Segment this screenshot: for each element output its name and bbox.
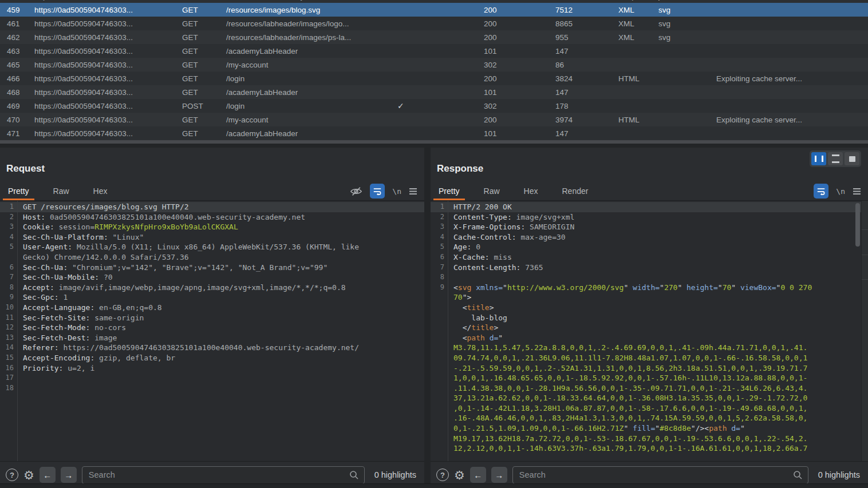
editor-line: lab-blog — [431, 313, 861, 323]
editor-line: ,0,1-.14-.42L1.18,3.28H1.06a.87.87,0,0,1… — [431, 403, 861, 414]
search-icon — [349, 470, 359, 480]
cell-url: /academyLabHeader — [226, 88, 389, 97]
response-search-input[interactable] — [518, 470, 790, 480]
layout-columns-button[interactable] — [811, 152, 826, 165]
table-row[interactable]: 465https://0ad5005904746303...GET/my-acc… — [0, 58, 868, 72]
response-editor[interactable]: 1HTTP/2 200 OK2Content-Type: image/svg+x… — [431, 201, 868, 461]
line-number — [431, 423, 444, 434]
response-highlights-count: 0 highlights — [818, 470, 860, 479]
horizontal-splitter[interactable] — [0, 144, 868, 148]
editor-line: <title> — [431, 303, 861, 313]
search-next-button[interactable]: → — [61, 467, 77, 483]
request-editor[interactable]: 1GET /resources/images/blog.svg HTTP/22H… — [0, 201, 424, 461]
tab-pretty[interactable]: Pretty — [436, 182, 463, 200]
menu-icon[interactable] — [853, 188, 861, 195]
table-row[interactable]: 470https://0ad5005904746303...GET/my-acc… — [0, 113, 868, 126]
editor-line: 10Accept-Language: en-GB,en;q=0.8 — [0, 303, 424, 313]
proxy-history-table: 458https://0ad5005904746303...GET/resour… — [0, 0, 868, 140]
line-number — [431, 333, 444, 343]
cell-status: 200 — [484, 33, 555, 42]
table-row[interactable]: 469https://0ad5005904746303...POST/login… — [0, 99, 868, 113]
cell-len: 955 — [555, 33, 618, 42]
request-panel-title: Request — [6, 163, 45, 174]
table-row[interactable]: 461https://0ad5005904746303...GET/resour… — [0, 17, 868, 30]
cell-url: /resources/labheader/js/labHead... — [226, 0, 389, 1]
line-number — [431, 313, 444, 323]
line-number: 8 — [431, 272, 444, 283]
line-number — [431, 443, 444, 454]
line-number — [431, 343, 444, 353]
table-row[interactable]: 468https://0ad5005904746303...GET/academ… — [0, 85, 868, 99]
vertical-scrollbar-thumb[interactable] — [855, 203, 860, 247]
cell-len: 7512 — [555, 6, 618, 14]
cell-status: 101 — [484, 47, 555, 55]
editor-line: </title> — [431, 323, 861, 333]
cell-len: 3974 — [555, 116, 618, 124]
layout-button-group — [810, 150, 861, 167]
cell-host: https://0ad5005904746303... — [34, 6, 182, 14]
newline-icon[interactable]: \n — [836, 187, 845, 196]
word-wrap-icon[interactable] — [814, 184, 828, 199]
cell-url: /my-account — [226, 61, 389, 69]
line-number: 6 — [431, 252, 444, 263]
request-search-input[interactable] — [88, 470, 346, 480]
line-number: 2 — [0, 212, 14, 223]
editor-line: 1,0,0,1,.16.48.65.65,0,0,1-.18.5.92.92,0… — [431, 373, 861, 383]
search-previous-button[interactable]: ← — [470, 467, 486, 483]
tab-raw[interactable]: Raw — [50, 182, 72, 200]
tab-hex[interactable]: Hex — [90, 182, 111, 200]
line-number — [431, 363, 444, 374]
cell-host: https://0ad5005904746303... — [34, 47, 182, 55]
cell-url: /login — [226, 102, 389, 110]
editor-line: 6X-Cache: miss — [431, 252, 861, 263]
line-number: 10 — [0, 303, 14, 313]
tab-hex[interactable]: Hex — [521, 182, 541, 200]
help-icon[interactable]: ? — [436, 469, 449, 481]
cell-status: 101 — [484, 88, 555, 97]
line-number: 12 — [0, 323, 14, 333]
response-search-box — [512, 466, 808, 484]
newline-icon[interactable]: \n — [392, 187, 401, 196]
editor-line: 2Content-Type: image/svg+xml — [431, 212, 861, 223]
menu-icon[interactable] — [409, 188, 417, 195]
cell-num: 458 — [0, 0, 34, 1]
line-number: 6 — [0, 263, 14, 273]
table-row[interactable]: 459https://0ad5005904746303...GET/resour… — [0, 3, 868, 17]
tab-pretty[interactable]: Pretty — [5, 182, 32, 200]
window-bottom-edge — [0, 483, 868, 488]
editor-line: 4Cache-Control: max-age=30 — [431, 232, 861, 243]
word-wrap-icon[interactable] — [370, 184, 385, 199]
cell-status: 200 — [484, 0, 555, 1]
line-number — [431, 353, 444, 363]
hide-eye-slash-icon[interactable] — [350, 187, 362, 196]
editor-line: Gecko) Chrome/142.0.0.0 Safari/537.36 — [0, 252, 424, 263]
table-row[interactable]: 471https://0ad5005904746303...GET/academ… — [0, 126, 868, 140]
cell-mime: HTML — [618, 74, 658, 83]
line-number: 1 — [0, 202, 14, 212]
line-number: 17 — [0, 373, 14, 383]
gear-icon[interactable]: ⚙ — [454, 469, 465, 481]
editor-line: M19.17,13.62H18.7a.72.72,0,0,1-.53-.18.6… — [431, 434, 861, 444]
tab-raw[interactable]: Raw — [481, 182, 503, 200]
cell-ext: svg — [658, 19, 713, 28]
editor-line: 15Accept-Encoding: gzip, deflate, br — [0, 353, 424, 363]
editor-line: 1GET /resources/images/blog.svg HTTP/2 — [0, 202, 424, 212]
vertical-splitter[interactable] — [424, 148, 431, 488]
layout-rows-button[interactable] — [828, 152, 843, 165]
cell-host: https://0ad5005904746303... — [34, 74, 182, 83]
search-next-button[interactable]: → — [491, 467, 507, 483]
cell-ext: svg — [658, 6, 713, 14]
gear-icon[interactable]: ⚙ — [23, 469, 34, 481]
tab-render[interactable]: Render — [559, 182, 591, 200]
cell-len: 178 — [555, 102, 618, 110]
table-row[interactable]: 466https://0ad5005904746303...GET/login2… — [0, 72, 868, 85]
editor-line: 8 — [431, 272, 861, 283]
table-row[interactable]: 463https://0ad5005904746303...GET/academ… — [0, 44, 868, 58]
table-row[interactable]: 462https://0ad5005904746303...GET/resour… — [0, 30, 868, 44]
cell-num: 470 — [0, 116, 34, 124]
cell-num: 468 — [0, 88, 34, 97]
editor-line: 2Host: 0ad5005904746303825101a100e40040.… — [0, 212, 424, 223]
layout-single-button[interactable] — [845, 152, 859, 165]
search-previous-button[interactable]: ← — [40, 467, 56, 483]
help-icon[interactable]: ? — [6, 469, 18, 481]
